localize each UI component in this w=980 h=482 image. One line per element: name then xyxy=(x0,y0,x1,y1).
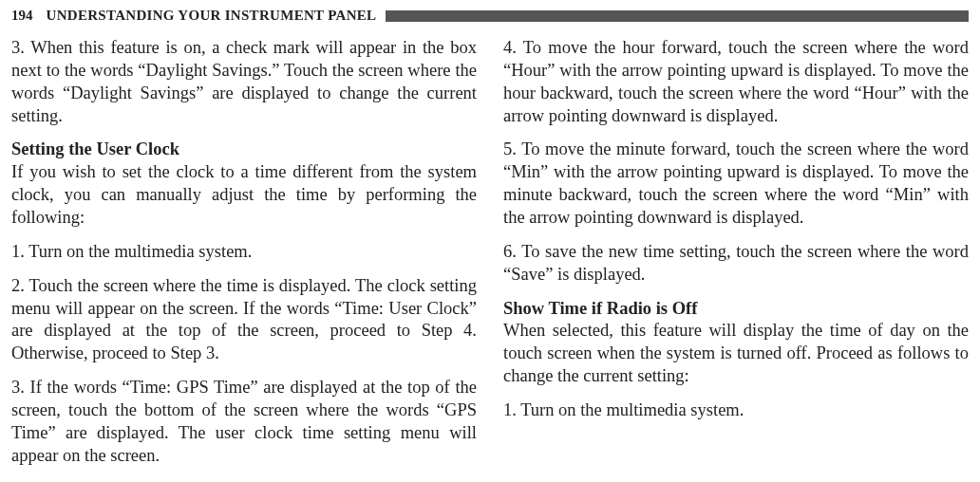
chapter-title: UNDERSTANDING YOUR INSTRUMENT PANEL xyxy=(47,8,377,24)
section-heading: Setting the User Clock xyxy=(11,139,477,161)
content-columns: 3. When this feature is on, a check mark… xyxy=(11,37,969,479)
section-heading: Show Time if Radio is Off xyxy=(503,298,969,321)
body-text: 3. If the words “Time: GPS Time” are dis… xyxy=(11,377,477,467)
body-text: 4. To move the hour forward, touch the s… xyxy=(503,37,969,127)
body-text: When selected, this feature will display… xyxy=(503,320,969,388)
body-text: 2. Touch the screen where the time is di… xyxy=(11,275,477,365)
page-header: 194 UNDERSTANDING YOUR INSTRUMENT PANEL xyxy=(11,8,969,24)
body-text: 1. Turn on the multimedia system. xyxy=(11,241,477,264)
left-column: 3. When this feature is on, a check mark… xyxy=(11,37,477,479)
section: Setting the User Clock If you wish to se… xyxy=(11,139,477,229)
body-text: If you wish to set the clock to a time d… xyxy=(11,161,477,230)
body-text: 1. Turn on the multimedia system. xyxy=(503,399,969,422)
page-number: 194 xyxy=(11,8,33,24)
body-text: 5. To move the minute forward, touch the… xyxy=(503,139,969,229)
body-text: 3. When this feature is on, a check mark… xyxy=(11,37,477,127)
section: Show Time if Radio is Off When selected,… xyxy=(503,298,969,388)
body-text: 6. To save the new time setting, touch t… xyxy=(503,241,969,287)
header-rule xyxy=(386,10,969,22)
right-column: 4. To move the hour forward, touch the s… xyxy=(503,37,969,479)
